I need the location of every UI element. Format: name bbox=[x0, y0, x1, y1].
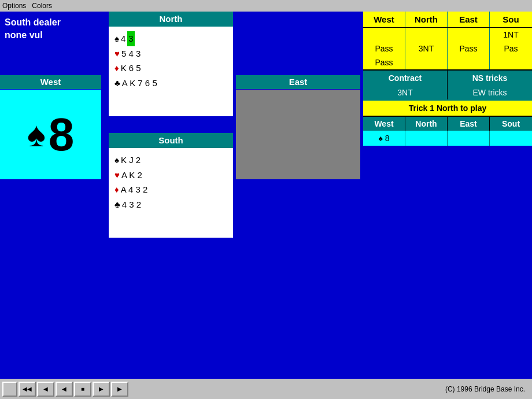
south-area: South ♠ K J 2 ♥ A K 2 ♦ A 4 3 2 ♣ 4 3 2 bbox=[109, 133, 233, 238]
main-area: South dealer none vul West ♠ 8 North ♠ 4… bbox=[0, 12, 532, 387]
trick-table-header: West North East Sout bbox=[363, 116, 532, 131]
bid-row-1: 1NT bbox=[363, 28, 532, 42]
contract-labels: Contract NS tricks bbox=[363, 69, 532, 86]
west-label-text: West bbox=[40, 77, 61, 87]
bid-header: West North East Sou bbox=[363, 12, 532, 28]
info-panel: South dealer none vul bbox=[0, 12, 107, 47]
south-hearts-value: A K 2 bbox=[121, 168, 142, 183]
west-card-content: ♠ 8 bbox=[27, 108, 74, 161]
west-card-value: 8 bbox=[49, 108, 75, 161]
south-heart-suit: ♥ bbox=[114, 168, 120, 183]
bid-r3-east bbox=[448, 56, 490, 69]
north-club-suit: ♣ bbox=[114, 76, 120, 91]
north-clubs-row: ♣ A K 7 6 5 bbox=[114, 76, 227, 91]
south-diamonds-row: ♦ A 4 3 2 bbox=[114, 182, 227, 197]
south-spades-row: ♠ K J 2 bbox=[114, 153, 227, 168]
contract-label: Contract bbox=[363, 71, 448, 86]
bid-r2-west: Pass bbox=[363, 42, 405, 56]
trick-north-card bbox=[405, 131, 448, 146]
north-heart-suit: ♥ bbox=[114, 46, 120, 61]
bid-header-south: Sou bbox=[490, 12, 532, 27]
nav-btn-6[interactable]: ▶ bbox=[111, 382, 128, 397]
bid-r1-north bbox=[405, 28, 448, 42]
vul-info: none vul bbox=[5, 29, 102, 42]
west-label-box: West bbox=[0, 75, 101, 89]
north-spades-row: ♠ 4 3 bbox=[114, 31, 227, 46]
start-button[interactable] bbox=[2, 382, 17, 397]
south-clubs-value: 4 3 2 bbox=[122, 197, 141, 212]
nav-btn-2[interactable]: ◀ bbox=[37, 382, 54, 397]
south-diamonds-value: A 4 3 2 bbox=[121, 182, 148, 197]
bid-r2-east: Pass bbox=[448, 42, 490, 56]
south-club-suit: ♣ bbox=[114, 197, 120, 212]
menu-options[interactable]: Options bbox=[2, 2, 26, 10]
trick-info-text: Trick 1 North to play bbox=[363, 99, 532, 116]
trick-header-east: East bbox=[448, 117, 490, 131]
bid-r1-south: 1NT bbox=[490, 28, 532, 42]
north-hearts-value: 5 4 3 bbox=[121, 46, 141, 61]
trick-east-card bbox=[448, 131, 490, 146]
taskbar: ◀◀ ◀ ◀ ■ ▶ ▶ (C) 1996 Bridge Base Inc. bbox=[0, 379, 532, 399]
bid-header-east: East bbox=[448, 12, 490, 27]
north-diamond-suit: ♦ bbox=[114, 61, 119, 76]
trick-header-west: West bbox=[363, 117, 405, 131]
bid-r3-west: Pass bbox=[363, 56, 405, 69]
north-diamonds-row: ♦ K 6 5 bbox=[114, 61, 227, 76]
bid-r2-north: 3NT bbox=[405, 42, 448, 56]
south-label-text: South bbox=[158, 135, 183, 145]
north-label-text: North bbox=[160, 14, 183, 24]
north-hand: ♠ 4 3 ♥ 5 4 3 ♦ K 6 5 ♣ A K 7 6 5 bbox=[109, 27, 233, 116]
trick-west-card: ♠ 8 bbox=[363, 131, 405, 146]
bid-r3-south bbox=[490, 56, 532, 69]
north-label-box: North bbox=[109, 12, 233, 27]
nav-btn-4[interactable]: ■ bbox=[74, 382, 91, 397]
ew-tricks-label: EW tricks bbox=[448, 86, 532, 99]
west-card-area[interactable]: ♠ 8 bbox=[0, 90, 101, 179]
south-label-box: South bbox=[109, 133, 233, 148]
nav-btn-5[interactable]: ▶ bbox=[93, 382, 110, 397]
east-card-area bbox=[236, 90, 360, 179]
north-spades-highlight: 3 bbox=[127, 31, 134, 46]
south-diamond-suit: ♦ bbox=[114, 182, 119, 197]
bid-header-north: North bbox=[405, 12, 448, 27]
bid-header-west: West bbox=[363, 12, 405, 27]
bid-r1-west bbox=[363, 28, 405, 42]
ns-tricks-label: NS tricks bbox=[448, 71, 532, 86]
south-hand: ♠ K J 2 ♥ A K 2 ♦ A 4 3 2 ♣ 4 3 2 bbox=[109, 148, 233, 238]
south-spade-suit: ♠ bbox=[114, 153, 119, 168]
west-spade-icon: ♠ bbox=[27, 114, 46, 154]
bid-r3-north bbox=[405, 56, 448, 69]
trick-header-north: North bbox=[405, 117, 448, 131]
bid-r1-east bbox=[448, 28, 490, 42]
trick-south-card bbox=[490, 131, 532, 146]
south-clubs-row: ♣ 4 3 2 bbox=[114, 197, 227, 212]
contract-value: 3NT bbox=[363, 86, 448, 99]
north-area: North ♠ 4 3 ♥ 5 4 3 ♦ K 6 5 ♣ A K 7 6 5 bbox=[109, 12, 233, 116]
east-label-box: East bbox=[236, 75, 360, 89]
north-hearts-row: ♥ 5 4 3 bbox=[114, 46, 227, 61]
bid-row-2: Pass 3NT Pass Pas bbox=[363, 42, 532, 56]
bid-r2-south: Pas bbox=[490, 42, 532, 56]
dealer-info: South dealer bbox=[5, 16, 102, 29]
north-spade-suit: ♠ bbox=[114, 31, 119, 46]
north-spades-value: 4 bbox=[121, 31, 125, 46]
menubar: Options Colors bbox=[0, 0, 532, 12]
nav-btn-1[interactable]: ◀◀ bbox=[19, 382, 36, 397]
menu-colors[interactable]: Colors bbox=[32, 2, 52, 10]
bid-row-3: Pass bbox=[363, 56, 532, 69]
copyright-text: (C) 1996 Bridge Base Inc. bbox=[445, 385, 530, 393]
east-label-text: East bbox=[289, 77, 308, 87]
trick-header-south: Sout bbox=[490, 117, 532, 131]
nav-btn-3[interactable]: ◀ bbox=[56, 382, 73, 397]
right-panel: West North East Sou 1NT Pass 3NT Pass Pa… bbox=[363, 12, 532, 146]
north-diamonds-value: K 6 5 bbox=[121, 61, 141, 76]
south-spades-value: K J 2 bbox=[121, 153, 141, 168]
contract-values: 3NT EW tricks bbox=[363, 86, 532, 99]
north-clubs-value: A K 7 6 5 bbox=[122, 76, 157, 91]
south-hearts-row: ♥ A K 2 bbox=[114, 168, 227, 183]
trick-row-1: ♠ 8 bbox=[363, 131, 532, 146]
